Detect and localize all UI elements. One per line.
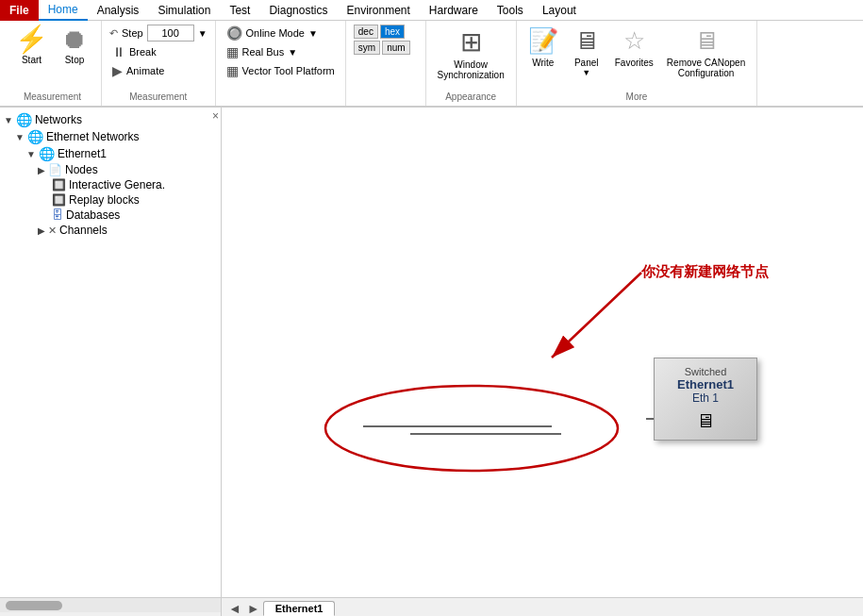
window-sync-icon: ⊞	[460, 26, 482, 58]
online-icon: 🔘	[226, 25, 242, 41]
hex-button[interactable]: hex	[380, 25, 405, 39]
sidebar-hscroll-thumb[interactable]	[6, 601, 62, 610]
break-label: Break	[129, 46, 157, 58]
menu-home[interactable]: Home	[39, 0, 88, 21]
menu-environment[interactable]: Environment	[337, 0, 419, 21]
ribbon-group-measurement: ↶ Step ▼ ⏸ Break ▶ Animate Measurement	[102, 21, 216, 106]
interactive-icon: 🔲	[52, 178, 66, 191]
eth1-label: Ethernet1	[58, 147, 107, 160]
start-label: Start	[22, 55, 41, 65]
break-icon: ⏸	[112, 44, 125, 59]
network-node-box[interactable]: Switched Ethernet1 Eth 1 🖥	[654, 358, 757, 441]
start-button[interactable]: ⚡ Start	[11, 25, 52, 67]
ch-label: Channels	[59, 224, 108, 237]
step-input[interactable]	[147, 25, 194, 42]
main-layout: × ▼ 🌐 Networks ▼ 🌐 Ethernet Networks ▼ 🌐…	[0, 108, 863, 597]
online-mode-button[interactable]: 🔘 Online Mode ▼	[224, 25, 338, 42]
ch-expand-icon: ▶	[38, 225, 45, 236]
sidebar-bottom	[0, 597, 222, 616]
ribbon-group-more: 📝 Write 🖥 Panel ▼ ☆ Favorites 🖥 Remove C…	[517, 21, 758, 106]
stop-button[interactable]: ⏺ Stop	[56, 25, 93, 67]
online-dropdown[interactable]: ▼	[308, 28, 318, 39]
mode-column: 🔘 Online Mode ▼ ▦ Real Bus ▼ ▦ Vector To…	[224, 25, 338, 79]
menu-simulation[interactable]: Simulation	[148, 0, 220, 21]
sym-button[interactable]: sym	[354, 41, 380, 55]
bottom-tabs-bar: ◄ ► Ethernet1	[222, 597, 863, 616]
num-button[interactable]: num	[382, 41, 409, 55]
panel-button[interactable]: 🖥 Panel ▼	[568, 25, 606, 79]
measurement-controls: ↶ Step ▼ ⏸ Break ▶ Animate	[109, 25, 207, 79]
tab-nav-prev[interactable]: ◄	[225, 601, 244, 616]
menu-layout[interactable]: Layout	[533, 0, 586, 21]
real-bus-button[interactable]: ▦ Real Bus ▼	[224, 43, 338, 60]
dec-button[interactable]: dec	[354, 25, 378, 39]
tab-ethernet1[interactable]: Ethernet1	[263, 601, 336, 616]
menu-test[interactable]: Test	[220, 0, 259, 21]
favorites-icon: ☆	[623, 26, 645, 56]
tree-interactive-genera[interactable]: 🔲 Interactive Genera.	[38, 177, 217, 192]
bottom-section: ◄ ► Ethernet1	[0, 597, 863, 616]
write-label: Write	[532, 58, 554, 68]
db-label: Databases	[66, 208, 120, 222]
eth1-expand-icon: ▼	[26, 149, 36, 159]
window-sync-button[interactable]: ⊞ Window Synchronization	[434, 25, 508, 82]
vector-tool-label: Vector Tool Platform	[242, 65, 335, 76]
tree-replay-blocks[interactable]: 🔲 Replay blocks	[38, 192, 217, 208]
menu-analysis[interactable]: Analysis	[88, 0, 149, 21]
animate-button[interactable]: ▶ Animate	[109, 62, 207, 79]
more-label: More	[626, 92, 648, 102]
step-row: ↶ Step ▼	[109, 25, 207, 42]
eth-networks-label: Ethernet Networks	[46, 130, 140, 143]
ribbon-group-hexdec: dec hex sym num	[346, 21, 426, 106]
menu-bar: File Home Analysis Simulation Test Diagn…	[0, 0, 863, 21]
start-icon: ⚡	[15, 26, 48, 53]
measurement-label2: Measurement	[129, 92, 187, 102]
measurement-label: Measurement	[24, 92, 81, 102]
sidebar-hscroll[interactable]	[0, 597, 221, 612]
nodes-label: Nodes	[65, 163, 98, 176]
file-menu[interactable]: File	[0, 0, 39, 21]
tree-networks[interactable]: ▼ 🌐 Networks	[4, 111, 217, 128]
break-button[interactable]: ⏸ Break	[109, 43, 207, 60]
ribbon: ⚡ Start ⏺ Stop Measurement ↶ Step ▼ ⏸	[0, 21, 863, 108]
sidebar-close-button[interactable]: ×	[212, 109, 219, 123]
appearance-label: Appearance	[445, 92, 496, 102]
eth-networks-icon: 🌐	[27, 129, 43, 144]
menu-tools[interactable]: Tools	[488, 0, 533, 21]
replay-icon: 🔲	[52, 193, 66, 207]
interactive-label: Interactive Genera.	[69, 178, 165, 191]
remove-canopen-button[interactable]: 🖥 Remove CANopen Configuration	[663, 25, 749, 80]
oval-selection	[316, 381, 656, 475]
real-bus-dropdown[interactable]: ▼	[288, 47, 297, 58]
real-bus-icon: ▦	[226, 44, 239, 59]
favorites-label: Favorites	[615, 58, 654, 68]
panel-label: Panel	[574, 58, 599, 68]
favorites-button[interactable]: ☆ Favorites	[611, 25, 657, 70]
vector-tool-button[interactable]: ▦ Vector Tool Platform	[224, 62, 338, 79]
menu-diagnostics[interactable]: Diagnostics	[259, 0, 337, 21]
step-dropdown[interactable]: ▼	[198, 28, 207, 39]
tree-ethernet-networks[interactable]: ▼ 🌐 Ethernet Networks	[15, 128, 217, 145]
menu-hardware[interactable]: Hardware	[420, 0, 488, 21]
eth-networks-expand-icon: ▼	[15, 132, 25, 142]
ribbon-group-start-stop: ⚡ Start ⏺ Stop Measurement	[4, 21, 102, 106]
tab-nav-next[interactable]: ►	[244, 601, 263, 616]
online-mode-label: Online Mode	[246, 27, 305, 39]
tree-channels[interactable]: ▶ ✕ Channels	[38, 223, 217, 238]
step-label: Step	[122, 27, 143, 39]
ribbon-group-appearance: ⊞ Window Synchronization Appearance	[426, 21, 517, 106]
node-sub-label: Eth 1	[662, 391, 749, 405]
sym-num-box: sym num	[354, 41, 410, 55]
channels-x-icon: ✕	[48, 225, 57, 237]
canvas-bottom: ◄ ► Ethernet1	[222, 597, 863, 616]
db-icon: 🗄	[52, 208, 63, 222]
svg-line-1	[552, 273, 641, 358]
tree-databases[interactable]: 🗄 Databases	[38, 208, 217, 223]
tree-ethernet1[interactable]: ▼ 🌐 Ethernet1	[26, 145, 217, 162]
stop-label: Stop	[65, 55, 85, 65]
tree-nodes[interactable]: ▶ 📄 Nodes	[38, 162, 217, 177]
remove-canopen-icon: 🖥	[694, 26, 719, 56]
animate-label: Animate	[126, 65, 164, 76]
node-type-label: Switched	[662, 366, 749, 377]
write-button[interactable]: 📝 Write	[524, 25, 562, 70]
